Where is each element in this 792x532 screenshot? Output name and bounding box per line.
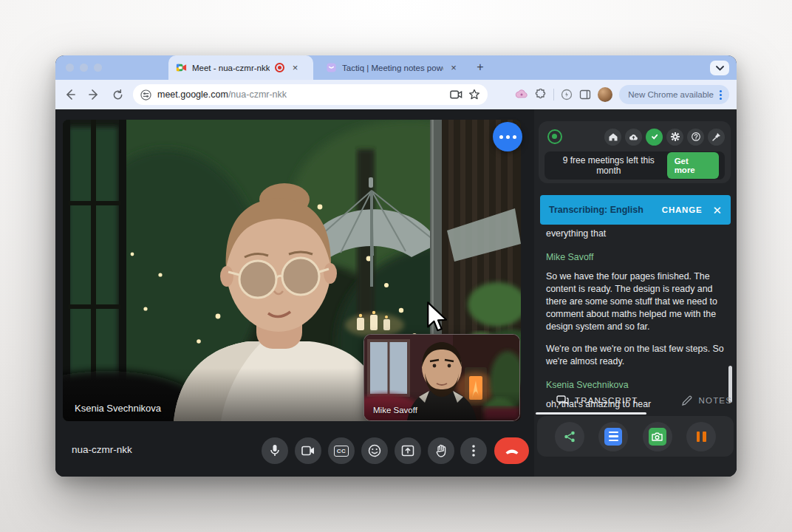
tab-search-chevron-button[interactable] xyxy=(710,61,729,75)
transcript-chat-icon xyxy=(556,395,569,406)
speaker-name: Mike Savoff xyxy=(546,251,725,264)
participant-name-label: Ksenia Svechnikova xyxy=(75,403,161,414)
screenshot-button[interactable] xyxy=(643,422,672,451)
camera-icon xyxy=(301,446,315,456)
end-call-icon xyxy=(505,448,519,454)
recording-indicator-icon xyxy=(275,63,284,72)
emoji-icon xyxy=(368,444,381,457)
tactiq-sidebar: 9 free meetings left this month Get more… xyxy=(534,109,737,477)
chrome-update-button[interactable]: New Chrome available xyxy=(619,85,729,104)
active-tab-underline xyxy=(536,412,646,415)
tab-meet[interactable]: Meet - nua-czmr-nkk × xyxy=(168,55,313,80)
tab-transcript[interactable]: TRANSCRIPT xyxy=(556,395,638,406)
share-icon xyxy=(564,431,576,443)
chrome-update-label: New Chrome available xyxy=(628,90,714,99)
reactions-button[interactable] xyxy=(361,437,388,464)
browser-toolbar: meet.google.com/nua-czmr-nkk New Chrome … xyxy=(55,80,737,109)
tab-close-icon[interactable]: × xyxy=(448,63,459,73)
save-to-docs-button[interactable] xyxy=(598,422,628,451)
meeting-code-label: nua-czmr-nkk xyxy=(72,444,132,455)
change-language-button[interactable]: CHANGE xyxy=(662,205,703,214)
mic-icon xyxy=(269,444,281,457)
home-icon xyxy=(609,133,618,141)
site-controls-icon[interactable] xyxy=(140,89,151,100)
settings-button[interactable] xyxy=(666,129,683,146)
minimize-window-button[interactable] xyxy=(80,64,88,72)
mouse-cursor xyxy=(426,301,451,337)
camera-allowed-icon[interactable] xyxy=(450,89,462,100)
free-meetings-text: 9 free meetings left this month xyxy=(550,155,667,176)
tab-tactiq[interactable]: Tactiq | Meeting notes powe × xyxy=(318,55,466,80)
present-screen-icon xyxy=(401,444,414,457)
chat-bubble-button[interactable] xyxy=(493,122,522,151)
screenshot-camera-icon xyxy=(649,428,666,446)
tactiq-extension-icon[interactable] xyxy=(515,89,528,100)
help-button[interactable] xyxy=(687,129,704,146)
browser-window: Meet - nua-czmr-nkk × Tactiq | Meeting n… xyxy=(55,55,737,477)
url-path: /nua-czmr-nkk xyxy=(228,89,287,100)
transcript-partial-line: everything that xyxy=(546,228,725,240)
desktop: Meet - nua-czmr-nkk × Tactiq | Meeting n… xyxy=(0,0,792,532)
back-arrow-icon xyxy=(64,89,76,100)
back-button[interactable] xyxy=(61,86,79,103)
close-transcribing-bar-icon[interactable]: ✕ xyxy=(712,205,722,216)
tab-close-icon[interactable]: × xyxy=(290,63,300,73)
notes-tab-label: NOTES xyxy=(698,396,732,405)
tactiq-favicon xyxy=(326,62,337,73)
pip-video-tile[interactable]: Mike Savoff xyxy=(363,334,520,421)
pin-panel-button[interactable] xyxy=(708,129,725,146)
share-button[interactable] xyxy=(555,422,584,451)
window-traffic-lights[interactable] xyxy=(66,64,102,72)
cloud-upload-icon xyxy=(629,133,638,140)
url-host: meet.google.com xyxy=(157,89,228,100)
chevron-down-icon xyxy=(716,66,724,71)
new-tab-button[interactable]: + xyxy=(473,60,488,75)
shield-check-icon xyxy=(651,133,658,140)
extension-badge-icon[interactable] xyxy=(561,89,573,100)
captions-button[interactable]: CC xyxy=(328,437,355,464)
cloud-sync-button[interactable] xyxy=(625,129,642,146)
transcribing-bar: Transcribing: English CHANGE ✕ xyxy=(540,195,731,225)
camera-button[interactable] xyxy=(295,437,321,464)
kebab-menu-icon xyxy=(472,445,475,457)
tab-title: Meet - nua-czmr-nkk xyxy=(192,64,270,72)
forward-button[interactable] xyxy=(85,86,103,103)
transcript-paragraph: We're on the we're on the last few steps… xyxy=(546,343,725,368)
end-call-button[interactable] xyxy=(494,437,529,464)
reload-button[interactable] xyxy=(109,86,126,103)
sidebar-tabs: TRANSCRIPT NOTES xyxy=(534,389,737,412)
profile-avatar[interactable] xyxy=(598,87,612,102)
zoom-window-button[interactable] xyxy=(94,64,102,72)
main-video-tile[interactable]: Ksenia Svechnikova xyxy=(63,120,521,421)
url-text[interactable]: meet.google.com/nua-czmr-nkk xyxy=(157,89,444,100)
close-window-button[interactable] xyxy=(66,64,74,72)
pin-icon xyxy=(712,132,721,141)
notes-pencil-icon xyxy=(682,395,692,406)
meet-favicon xyxy=(176,62,187,73)
meet-stage: Ksenia Svechnikova xyxy=(55,109,534,477)
pause-icon xyxy=(697,432,706,442)
more-options-button[interactable] xyxy=(460,437,487,464)
forward-arrow-icon xyxy=(88,89,100,100)
bookmark-star-icon[interactable] xyxy=(468,89,480,100)
browser-menu-kebab-icon[interactable] xyxy=(718,89,723,101)
get-more-button[interactable]: Get more xyxy=(667,152,719,179)
privacy-shield-button[interactable] xyxy=(646,129,663,146)
mic-button[interactable] xyxy=(262,437,288,464)
pause-transcription-button[interactable] xyxy=(686,422,716,451)
tab-notes[interactable]: NOTES xyxy=(682,395,732,406)
gear-icon xyxy=(671,132,680,141)
home-button[interactable] xyxy=(604,129,621,146)
transcript-tab-label: TRANSCRIPT xyxy=(575,396,638,405)
transcribing-label: Transcribing: English xyxy=(549,205,644,215)
tactiq-logo-icon xyxy=(547,129,562,144)
present-button[interactable] xyxy=(395,437,421,464)
hand-icon xyxy=(435,444,447,457)
reload-icon xyxy=(112,89,123,100)
pip-name-label: Mike Savoff xyxy=(373,406,417,415)
side-panel-icon[interactable] xyxy=(579,89,591,100)
address-bar[interactable]: meet.google.com/nua-czmr-nkk xyxy=(133,84,488,105)
extensions-puzzle-icon[interactable] xyxy=(535,89,547,100)
tab-strip: Meet - nua-czmr-nkk × Tactiq | Meeting n… xyxy=(55,55,737,80)
raise-hand-button[interactable] xyxy=(428,437,454,464)
